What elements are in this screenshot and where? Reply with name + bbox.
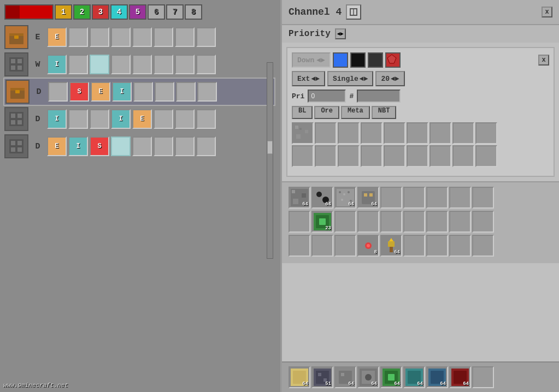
inv-slot-2-3[interactable]: 8: [357, 235, 379, 257]
tab-2[interactable]: 2: [73, 4, 91, 20]
cell-3-2[interactable]: [90, 109, 109, 129]
cell-4-0[interactable]: E: [47, 136, 67, 156]
inv-slot-0-3[interactable]: 64: [357, 187, 379, 209]
bottom-slot-3[interactable]: 64: [357, 366, 379, 388]
tab-bl[interactable]: BL: [292, 106, 313, 119]
inv-slot-1-0[interactable]: [289, 211, 310, 233]
color-black1[interactable]: [350, 52, 366, 68]
inv-slot-1-6[interactable]: [426, 211, 448, 233]
cell-0-3[interactable]: [111, 27, 131, 47]
cell-0-4[interactable]: [132, 27, 152, 47]
cell-1-4[interactable]: [132, 55, 152, 74]
pri-input[interactable]: [308, 90, 346, 103]
filter-slot-13[interactable]: [384, 145, 405, 167]
amount-button[interactable]: 20 ◄►: [375, 71, 404, 86]
inv-slot-0-7[interactable]: [449, 187, 471, 209]
cell-2-1[interactable]: S: [69, 82, 89, 102]
hash-input[interactable]: [357, 90, 401, 103]
inv-slot-0-8[interactable]: [472, 187, 494, 209]
tab-1[interactable]: 1: [55, 4, 72, 20]
color-red-gem[interactable]: [385, 52, 401, 68]
filter-slot-6[interactable]: [429, 122, 451, 144]
cell-0-2[interactable]: [90, 27, 109, 47]
cell-3-7[interactable]: [196, 109, 216, 129]
tab-6[interactable]: 6: [148, 4, 165, 20]
cell-2-5[interactable]: [155, 82, 174, 102]
cell-1-7[interactable]: [196, 55, 216, 74]
filter-slot-7[interactable]: [452, 122, 474, 144]
cell-3-5[interactable]: [154, 109, 173, 129]
color-black2[interactable]: [368, 52, 383, 68]
inv-slot-0-0[interactable]: 64: [289, 187, 310, 209]
bottom-slot-1[interactable]: 51: [311, 366, 333, 388]
inv-slot-1-5[interactable]: [403, 211, 425, 233]
tab-meta[interactable]: Meta: [341, 106, 370, 119]
cell-2-0[interactable]: [48, 82, 68, 102]
inv-slot-2-0[interactable]: [289, 235, 310, 257]
inv-slot-1-7[interactable]: [449, 211, 471, 233]
bottom-slot-0[interactable]: 64: [289, 366, 310, 388]
tab-4[interactable]: 4: [110, 4, 128, 20]
cell-2-7[interactable]: [197, 82, 217, 102]
cell-0-0[interactable]: E: [47, 27, 67, 47]
filter-slot-14[interactable]: [407, 145, 428, 167]
tab-7[interactable]: 7: [166, 4, 184, 20]
filter-slot-2[interactable]: [338, 122, 360, 144]
inv-slot-1-3[interactable]: [357, 211, 379, 233]
inv-slot-2-1[interactable]: [311, 235, 333, 257]
inv-slot-2-5[interactable]: [403, 235, 425, 257]
cell-2-3[interactable]: I: [112, 82, 132, 102]
filter-slot-8[interactable]: [475, 122, 497, 144]
filter-slot-15[interactable]: [429, 145, 451, 167]
cell-1-1[interactable]: [68, 55, 88, 74]
inv-slot-2-2[interactable]: [334, 235, 356, 257]
scrollbar-thumb[interactable]: [267, 141, 273, 154]
cell-3-3[interactable]: I: [111, 109, 131, 129]
inv-slot-1-4[interactable]: [380, 211, 402, 233]
inv-slot-2-6[interactable]: [426, 235, 448, 257]
inv-slot-1-2[interactable]: [334, 211, 356, 233]
filter-slot-17[interactable]: [475, 145, 497, 167]
filter-slot-1[interactable]: [315, 122, 337, 144]
bottom-slot-6[interactable]: 64: [426, 366, 448, 388]
cell-4-2[interactable]: S: [90, 136, 109, 156]
cell-0-1[interactable]: [68, 27, 88, 47]
inv-slot-2-7[interactable]: [449, 235, 471, 257]
scrollbar[interactable]: [267, 62, 273, 259]
ext-button[interactable]: Ext ◄►: [292, 71, 325, 86]
cell-4-4[interactable]: [132, 136, 152, 156]
inv-slot-2-8[interactable]: [472, 235, 494, 257]
filter-slot-16[interactable]: [452, 145, 474, 167]
cell-3-6[interactable]: [175, 109, 195, 129]
inv-slot-0-6[interactable]: [426, 187, 448, 209]
channel-icon[interactable]: [346, 4, 361, 20]
filter-slot-11[interactable]: [338, 145, 360, 167]
cell-4-6[interactable]: [175, 136, 195, 156]
tab-nbt[interactable]: NBT: [372, 106, 397, 119]
cell-2-4[interactable]: [133, 82, 153, 102]
cell-4-1[interactable]: I: [68, 136, 88, 156]
cell-4-7[interactable]: [196, 136, 216, 156]
priority-arrow[interactable]: ◄►: [335, 28, 346, 39]
cell-2-6[interactable]: [176, 82, 196, 102]
cell-0-7[interactable]: [196, 27, 216, 47]
cell-1-2[interactable]: [90, 55, 109, 74]
tab-3[interactable]: 3: [92, 4, 109, 20]
inv-slot-1-1[interactable]: 23: [311, 211, 333, 233]
cell-4-5[interactable]: [154, 136, 173, 156]
bottom-slot-2[interactable]: 64: [334, 366, 356, 388]
cell-1-6[interactable]: [175, 55, 195, 74]
filter-slot-3[interactable]: [361, 122, 383, 144]
close-button[interactable]: x: [542, 7, 552, 17]
filter-slot-10[interactable]: [315, 145, 337, 167]
filter-slot-12[interactable]: [361, 145, 383, 167]
bottom-slot-4[interactable]: 64: [380, 366, 402, 388]
mode-button[interactable]: Single ◄►: [327, 71, 373, 86]
cell-1-3[interactable]: [111, 55, 131, 74]
color-blue[interactable]: [333, 52, 348, 68]
cell-0-6[interactable]: [175, 27, 195, 47]
direction-button[interactable]: Down ◄►: [292, 52, 331, 68]
filter-slot-4[interactable]: [384, 122, 405, 144]
cell-0-5[interactable]: [154, 27, 173, 47]
filter-slot-0[interactable]: [292, 122, 314, 144]
